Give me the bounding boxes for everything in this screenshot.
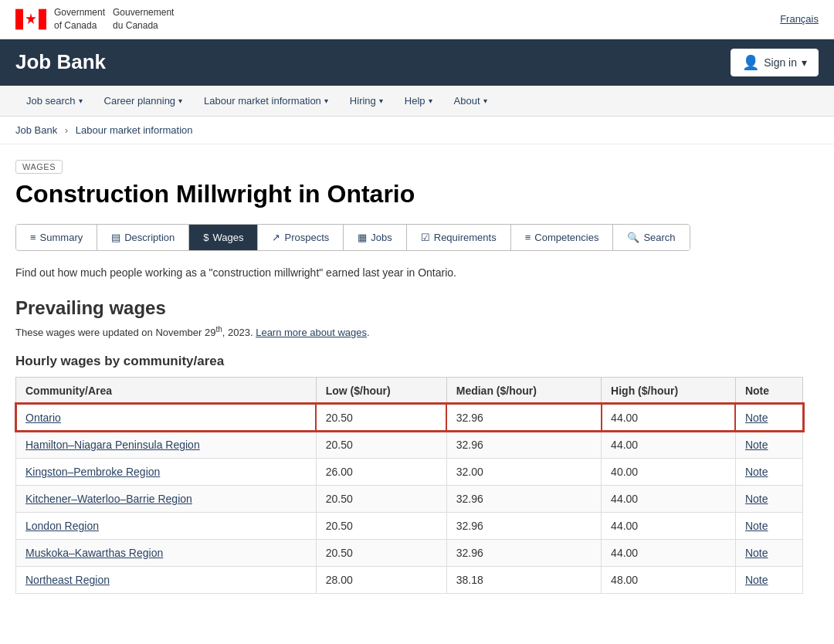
- hourly-wages-title: Hourly wages by community/area: [15, 354, 803, 369]
- nav-item-career-planning: Career planning ▾: [93, 86, 194, 116]
- note-link[interactable]: Note: [745, 493, 768, 505]
- learn-more-link[interactable]: Learn more about wages: [256, 327, 367, 338]
- note-link[interactable]: Note: [745, 520, 768, 532]
- cell-high: 44.00: [602, 404, 736, 431]
- cell-median: 38.18: [446, 566, 601, 593]
- area-link[interactable]: Hamilton–Niagara Peninsula Region: [25, 439, 200, 451]
- tab-search-label: Search: [643, 232, 675, 243]
- nav-link-hiring[interactable]: Hiring ▾: [339, 86, 394, 116]
- signin-label: Sign in: [764, 56, 797, 69]
- wages-badge: WAGES: [15, 160, 63, 174]
- note-link[interactable]: Note: [745, 547, 768, 559]
- update-text: These wages were updated on November 29t…: [15, 325, 803, 338]
- nav-chevron-lmi: ▾: [324, 97, 328, 105]
- breadcrumb-home[interactable]: Job Bank: [15, 124, 57, 136]
- tab-competencies[interactable]: ≡ Competencies: [511, 225, 614, 250]
- tab-requirements[interactable]: ☑ Requirements: [407, 225, 511, 250]
- description-icon: ▤: [111, 232, 120, 243]
- jobs-icon: ▦: [358, 232, 367, 243]
- tab-description-label: Description: [124, 232, 175, 243]
- nav-link-career-planning[interactable]: Career planning ▾: [93, 86, 194, 116]
- cell-area: Kitchener–Waterloo–Barrie Region: [16, 485, 317, 512]
- area-link[interactable]: Muskoka–Kawarthas Region: [25, 547, 163, 559]
- tab-search[interactable]: 🔍 Search: [613, 225, 689, 250]
- nav-link-job-search[interactable]: Job search ▾: [15, 86, 93, 116]
- table-row: Hamilton–Niagara Peninsula Region20.5032…: [16, 431, 803, 458]
- breadcrumb-current[interactable]: Labour market information: [76, 124, 193, 136]
- update-after: , 2023.: [222, 327, 253, 338]
- tab-prospects[interactable]: ↗ Prospects: [258, 225, 344, 250]
- tab-description[interactable]: ▤ Description: [97, 225, 189, 250]
- nav-label-about: About: [454, 95, 480, 107]
- signin-button[interactable]: 👤 Sign in ▾: [731, 49, 819, 76]
- cell-high: 44.00: [602, 539, 736, 566]
- nav-label-hiring: Hiring: [350, 95, 376, 107]
- area-link[interactable]: London Region: [25, 520, 99, 532]
- cell-high: 44.00: [602, 431, 736, 458]
- area-link[interactable]: Ontario: [25, 412, 61, 424]
- area-link[interactable]: Kingston–Pembroke Region: [25, 466, 160, 478]
- table-row: Muskoka–Kawarthas Region20.5032.9644.00N…: [16, 539, 803, 566]
- nav-chevron-help: ▾: [429, 97, 432, 105]
- cell-area: Kingston–Pembroke Region: [16, 458, 317, 485]
- col-header-note: Note: [735, 377, 802, 404]
- gov-logo: Governmentof Canada Gouvernementdu Canad…: [15, 6, 174, 32]
- nav-item-about: About ▾: [443, 86, 498, 116]
- nav-link-about[interactable]: About ▾: [443, 86, 498, 116]
- cell-note: Note: [735, 539, 802, 566]
- wages-table: Community/Area Low ($/hour) Median ($/ho…: [15, 377, 803, 594]
- cell-high: 44.00: [602, 512, 736, 539]
- canada-flag: [15, 8, 46, 30]
- cell-note: Note: [735, 566, 802, 593]
- francais-link[interactable]: Français: [780, 13, 819, 25]
- tab-summary[interactable]: ≡ Summary: [16, 225, 97, 250]
- col-header-area: Community/Area: [16, 377, 317, 404]
- nav-list: Job search ▾ Career planning ▾ Labour ma…: [15, 86, 819, 116]
- note-link[interactable]: Note: [745, 439, 768, 451]
- tab-wages-label: Wages: [212, 232, 243, 243]
- page-title: Construction Millwright in Ontario: [15, 180, 803, 208]
- nav-link-help[interactable]: Help ▾: [394, 86, 443, 116]
- area-link[interactable]: Northeast Region: [25, 574, 110, 586]
- tabs: ≡ Summary ▤ Description $ Wages ↗ Prospe…: [15, 224, 690, 251]
- gov-text-fr: Gouvernementdu Canada: [113, 6, 174, 32]
- cell-median: 32.00: [446, 458, 601, 485]
- signin-chevron: ▾: [802, 56, 807, 69]
- cell-high: 44.00: [602, 485, 736, 512]
- cell-area: London Region: [16, 512, 317, 539]
- area-link[interactable]: Kitchener–Waterloo–Barrie Region: [25, 493, 192, 505]
- note-link[interactable]: Note: [745, 574, 768, 586]
- note-link[interactable]: Note: [745, 466, 768, 478]
- cell-low: 20.50: [316, 431, 446, 458]
- wages-table-body: Ontario20.5032.9644.00NoteHamilton–Niaga…: [16, 404, 803, 593]
- cell-note: Note: [735, 431, 802, 458]
- nav-label-help: Help: [405, 95, 425, 107]
- cell-high: 40.00: [602, 458, 736, 485]
- search-icon: 🔍: [627, 232, 639, 243]
- competencies-icon: ≡: [525, 232, 531, 243]
- tab-wages[interactable]: $ Wages: [189, 225, 258, 250]
- nav-chevron-hiring: ▾: [379, 97, 383, 105]
- nav-link-lmi[interactable]: Labour market information ▾: [193, 86, 339, 116]
- breadcrumb: Job Bank › Labour market information: [0, 117, 834, 144]
- cell-low: 20.50: [316, 485, 446, 512]
- tab-jobs[interactable]: ▦ Jobs: [344, 225, 406, 250]
- note-link[interactable]: Note: [745, 412, 768, 424]
- col-header-high: High ($/hour): [602, 377, 736, 404]
- wages-icon: $: [203, 232, 208, 243]
- tab-requirements-label: Requirements: [434, 232, 497, 243]
- cell-low: 20.50: [316, 404, 446, 431]
- cell-note: Note: [735, 512, 802, 539]
- table-row: London Region20.5032.9644.00Note: [16, 512, 803, 539]
- prevailing-wages-title: Prevailing wages: [15, 297, 803, 319]
- cell-note: Note: [735, 458, 802, 485]
- svg-rect-0: [15, 8, 23, 29]
- svg-rect-1: [39, 8, 46, 29]
- nav-item-job-search: Job search ▾: [15, 86, 93, 116]
- cell-median: 32.96: [446, 512, 601, 539]
- update-before: These wages were updated on November 29: [15, 327, 215, 338]
- tab-summary-label: Summary: [40, 232, 83, 243]
- cell-low: 28.00: [316, 566, 446, 593]
- table-row: Ontario20.5032.9644.00Note: [16, 404, 803, 431]
- nav-label-lmi: Labour market information: [204, 95, 321, 107]
